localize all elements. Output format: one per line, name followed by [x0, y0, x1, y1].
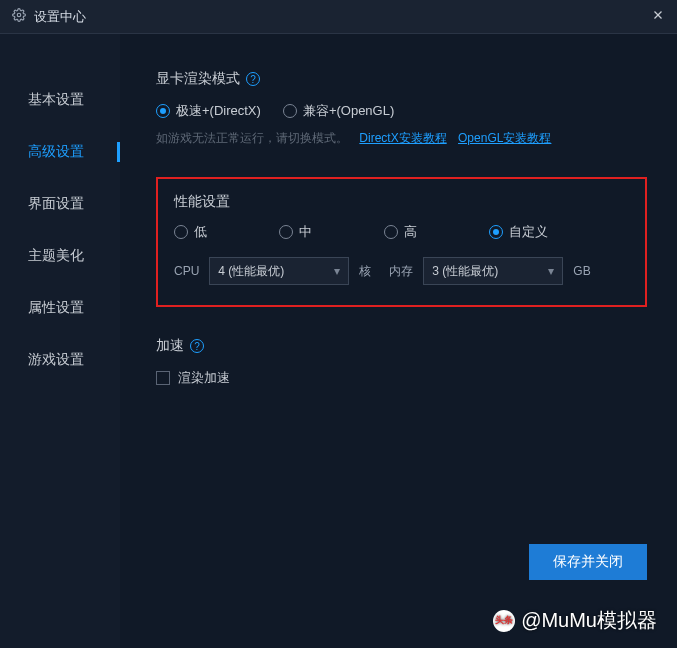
- performance-box: 性能设置 低 中 高 自定义: [156, 177, 647, 307]
- section-label: 性能设置: [174, 193, 230, 211]
- mem-select[interactable]: 3 (性能最优) ▾: [423, 257, 563, 285]
- cpu-unit: 核: [359, 263, 371, 280]
- checkbox-label: 渲染加速: [178, 369, 230, 387]
- chevron-down-icon: ▾: [548, 264, 554, 278]
- mem-label: 内存: [389, 263, 413, 280]
- radio-circle-icon: [156, 104, 170, 118]
- svg-point-0: [17, 13, 21, 17]
- sidebar-item-advanced[interactable]: 高级设置: [0, 126, 120, 178]
- sidebar-item-label: 界面设置: [28, 195, 84, 213]
- radio-circle-icon: [384, 225, 398, 239]
- render-accel-row: 渲染加速: [156, 369, 647, 387]
- content-panel: 显卡渲染模式 ? 极速+(DirectX) 兼容+(OpenGL) 如游戏无法正…: [120, 34, 677, 648]
- sidebar-item-label: 游戏设置: [28, 351, 84, 369]
- render-accel-checkbox[interactable]: [156, 371, 170, 385]
- radio-circle-icon: [279, 225, 293, 239]
- watermark: 头条 @MuMu模拟器: [493, 607, 657, 634]
- cpu-label: CPU: [174, 264, 199, 278]
- radio-circle-icon: [174, 225, 188, 239]
- render-hint: 如游戏无法正常运行，请切换模式。 DirectX安装教程 OpenGL安装教程: [156, 130, 647, 147]
- sidebar: 基本设置 高级设置 界面设置 主题美化 属性设置 游戏设置: [0, 34, 120, 648]
- radio-label: 高: [404, 223, 417, 241]
- radio-label: 低: [194, 223, 207, 241]
- link-opengl-tutorial[interactable]: OpenGL安装教程: [458, 131, 551, 145]
- link-directx-tutorial[interactable]: DirectX安装教程: [359, 131, 446, 145]
- radio-circle-icon: [283, 104, 297, 118]
- spec-row: CPU 4 (性能最优) ▾ 核 内存 3 (性能最优) ▾ GB: [174, 257, 629, 285]
- radio-medium[interactable]: 中: [279, 223, 384, 241]
- radio-directx[interactable]: 极速+(DirectX): [156, 102, 261, 120]
- sidebar-item-game[interactable]: 游戏设置: [0, 334, 120, 386]
- select-value: 3 (性能最优): [432, 263, 498, 280]
- sidebar-item-props[interactable]: 属性设置: [0, 282, 120, 334]
- render-mode-radios: 极速+(DirectX) 兼容+(OpenGL): [156, 102, 647, 120]
- radio-low[interactable]: 低: [174, 223, 279, 241]
- radio-label: 中: [299, 223, 312, 241]
- radio-circle-icon: [489, 225, 503, 239]
- close-icon[interactable]: [651, 8, 665, 26]
- mem-unit: GB: [573, 264, 590, 278]
- watermark-text: @MuMu模拟器: [521, 607, 657, 634]
- sidebar-item-label: 高级设置: [28, 143, 84, 161]
- footer: 保存并关闭: [529, 544, 647, 580]
- accel-title: 加速 ?: [156, 337, 647, 355]
- section-label: 加速: [156, 337, 184, 355]
- radio-opengl[interactable]: 兼容+(OpenGL): [283, 102, 394, 120]
- render-mode-title: 显卡渲染模式 ?: [156, 70, 647, 88]
- sidebar-item-ui[interactable]: 界面设置: [0, 178, 120, 230]
- help-icon[interactable]: ?: [246, 72, 260, 86]
- sidebar-item-theme[interactable]: 主题美化: [0, 230, 120, 282]
- titlebar: 设置中心: [0, 0, 677, 34]
- watermark-icon: 头条: [493, 610, 515, 632]
- performance-title: 性能设置: [174, 193, 629, 211]
- performance-radios: 低 中 高 自定义: [174, 223, 629, 241]
- radio-label: 自定义: [509, 223, 548, 241]
- sidebar-item-basic[interactable]: 基本设置: [0, 74, 120, 126]
- sidebar-item-label: 主题美化: [28, 247, 84, 265]
- sidebar-item-label: 属性设置: [28, 299, 84, 317]
- window-title: 设置中心: [34, 8, 651, 26]
- radio-label: 兼容+(OpenGL): [303, 102, 394, 120]
- gear-icon: [12, 8, 26, 25]
- section-label: 显卡渲染模式: [156, 70, 240, 88]
- sidebar-item-label: 基本设置: [28, 91, 84, 109]
- chevron-down-icon: ▾: [334, 264, 340, 278]
- radio-high[interactable]: 高: [384, 223, 489, 241]
- radio-custom[interactable]: 自定义: [489, 223, 548, 241]
- hint-text: 如游戏无法正常运行，请切换模式。: [156, 131, 348, 145]
- cpu-select[interactable]: 4 (性能最优) ▾: [209, 257, 349, 285]
- save-button[interactable]: 保存并关闭: [529, 544, 647, 580]
- select-value: 4 (性能最优): [218, 263, 284, 280]
- help-icon[interactable]: ?: [190, 339, 204, 353]
- radio-label: 极速+(DirectX): [176, 102, 261, 120]
